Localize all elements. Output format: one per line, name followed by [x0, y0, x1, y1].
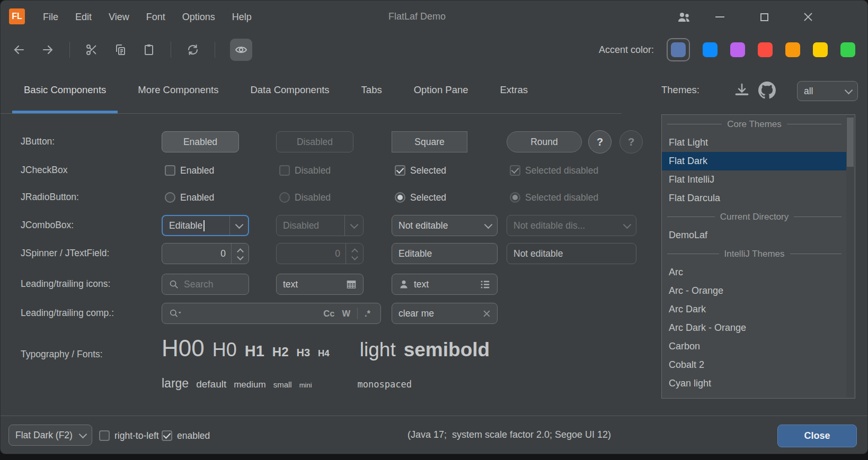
tab-more-components[interactable]: More Components [126, 66, 230, 113]
right-to-left-checkbox[interactable]: right-to-left [99, 430, 159, 441]
text-field-with-user-icon[interactable]: text [392, 274, 498, 295]
accent-swatch-purple[interactable] [730, 42, 745, 57]
tab-tabs[interactable]: Tabs [350, 66, 394, 113]
tab-data-components[interactable]: Data Components [238, 66, 341, 113]
combobox-not-editable[interactable]: Not editable [392, 215, 498, 236]
spinner-buttons[interactable] [231, 243, 249, 264]
themes-filter-value: all [804, 86, 813, 97]
lookandfeel-combobox[interactable]: Flat Dark (F2) [8, 425, 92, 446]
themes-scrollbar[interactable] [846, 115, 854, 398]
theme-item-cobalt-2[interactable]: Cobalt 2 [662, 356, 847, 374]
spinner-field-disabled: 0 [276, 243, 364, 264]
cut-icon[interactable] [85, 43, 99, 57]
theme-item-flat-light[interactable]: Flat Light [662, 133, 847, 152]
themes-separator-core: Core Themes [662, 115, 847, 133]
round-button[interactable]: Round [507, 131, 582, 152]
forward-icon[interactable] [41, 43, 55, 57]
chevron-down-icon[interactable] [237, 254, 244, 260]
theme-item-dark-flat[interactable]: Dark Flat [662, 393, 847, 399]
combobox-editable[interactable]: Editable [162, 215, 249, 236]
accent-swatch-selected[interactable] [667, 38, 690, 61]
checkbox-box-checked[interactable] [395, 165, 405, 176]
chevron-down-icon[interactable] [230, 216, 248, 235]
close-window-button[interactable] [798, 7, 819, 26]
maximize-button[interactable] [754, 7, 775, 26]
copy-icon[interactable] [113, 43, 127, 57]
clear-icon[interactable] [483, 310, 491, 318]
textfield-editable[interactable]: Editable [392, 243, 498, 264]
theme-item-arc-orange[interactable]: Arc - Orange [662, 282, 847, 300]
accent-swatch-gray-blue[interactable] [671, 42, 686, 57]
themes-scrollbar-thumb[interactable] [847, 118, 854, 167]
accent-swatch-red[interactable] [758, 42, 773, 57]
checkbox-box-checked[interactable] [162, 430, 172, 441]
accent-swatch-yellow[interactable] [813, 42, 828, 57]
checkbox-box[interactable] [99, 430, 110, 441]
checkbox-selected[interactable]: Selected [395, 165, 446, 176]
user-icon [398, 279, 409, 290]
chevron-down-icon[interactable] [74, 425, 92, 445]
disabled-button: Disabled [276, 131, 353, 152]
inspect-toggle-button[interactable] [230, 39, 252, 61]
match-case-button[interactable]: Cc [320, 309, 338, 319]
refresh-icon[interactable] [186, 43, 200, 57]
back-icon[interactable] [12, 43, 26, 57]
chevron-down-icon[interactable] [479, 215, 497, 236]
theme-item-carbon[interactable]: Carbon [662, 337, 847, 356]
tab-option-pane[interactable]: Option Pane [402, 66, 480, 113]
theme-item-demolaf[interactable]: DemoLaf [662, 226, 847, 245]
theme-item-arc-dark-orange[interactable]: Arc Dark - Orange [662, 319, 847, 337]
table-icon [346, 279, 357, 290]
theme-item-arc-dark[interactable]: Arc Dark [662, 300, 847, 319]
close-button[interactable]: Close [777, 425, 857, 447]
accent-swatch-orange[interactable] [785, 42, 800, 57]
radio-circle [279, 192, 290, 203]
square-button[interactable]: Square [392, 131, 467, 152]
accent-swatch-green[interactable] [840, 42, 855, 57]
themes-list: Core Themes Flat Light Flat Dark Flat In… [661, 114, 855, 399]
sample-small: small [273, 380, 292, 389]
radio-circle[interactable] [165, 192, 175, 203]
search-with-menu-icon[interactable] [169, 308, 182, 319]
download-themes-icon[interactable] [733, 82, 750, 99]
theme-item-flat-intellij[interactable]: Flat IntelliJ [662, 170, 847, 189]
whole-word-button[interactable]: W [338, 309, 354, 319]
themes-filter-combobox[interactable]: all [797, 81, 858, 101]
radio-selected[interactable]: Selected [395, 192, 446, 203]
minimize-button[interactable] [709, 7, 730, 26]
accent-swatch-blue[interactable] [703, 42, 718, 57]
theme-item-arc[interactable]: Arc [662, 263, 847, 282]
search-icon [169, 279, 179, 290]
search-field[interactable]: Search [162, 274, 249, 295]
themes-separator-intellij-themes: IntelliJ Themes [662, 245, 847, 263]
regex-button[interactable]: .* [361, 309, 374, 319]
sample-semibold: semibold [404, 339, 490, 361]
typography-samples-line1: H00 H0 H1 H2 H3 H4 light semibold [162, 335, 490, 362]
checkbox-box[interactable] [165, 165, 175, 176]
users-icon[interactable] [674, 7, 695, 26]
checkbox-enabled[interactable]: Enabled [165, 165, 214, 176]
theme-item-flat-dark[interactable]: Flat Dark [662, 152, 847, 170]
leading-trailing-icons-row-label: Leading/trailing icons: [21, 278, 110, 290]
clearable-text-field[interactable]: clear me [392, 303, 498, 324]
theme-item-flat-darcula[interactable]: Flat Darcula [662, 189, 847, 208]
tab-bar: Basic Components More Components Data Co… [1, 66, 622, 114]
enabled-checkbox[interactable]: enabled [162, 430, 210, 441]
tab-extras[interactable]: Extras [489, 66, 539, 113]
enabled-button[interactable]: Enabled [162, 131, 239, 152]
radio-enabled[interactable]: Enabled [165, 192, 214, 203]
radio-dot [397, 195, 403, 200]
tab-basic-components[interactable]: Basic Components [12, 66, 118, 113]
text-field-with-table-icon[interactable]: text [276, 274, 364, 295]
help-button[interactable]: ? [588, 130, 612, 154]
jcombobox-row-label: JComboBox: [21, 220, 74, 231]
spinner-field[interactable]: 0 [162, 243, 249, 264]
paste-icon[interactable] [142, 43, 156, 57]
search-field-with-options[interactable]: Cc W .* [162, 303, 381, 324]
theme-item-cyan-light[interactable]: Cyan light [662, 374, 847, 393]
toolbar: Accent color: [1, 33, 867, 66]
checkmark-icon [511, 166, 519, 174]
radio-circle-selected[interactable] [395, 192, 405, 203]
help-button-disabled: ? [619, 130, 643, 154]
github-icon[interactable] [758, 82, 776, 99]
